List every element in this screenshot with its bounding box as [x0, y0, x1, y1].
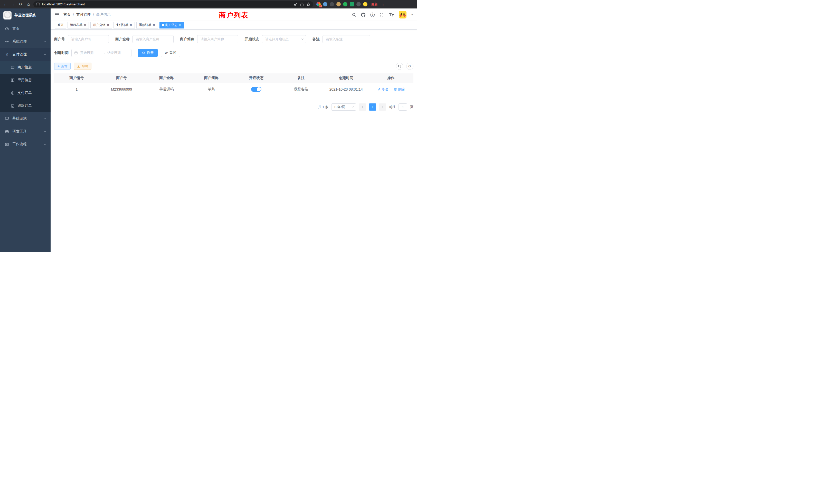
full-name-input[interactable] — [132, 35, 174, 43]
goto-page-input[interactable] — [398, 104, 407, 111]
sidebar-item-payment[interactable]: ¥ 支付管理 — [0, 48, 50, 61]
create-time-label: 创建时间 — [54, 50, 69, 55]
delete-link[interactable]: 删除 — [394, 87, 405, 92]
tab-close-icon[interactable]: ✕ — [153, 24, 155, 27]
dashboard-icon — [5, 27, 9, 31]
extension-icon[interactable] — [343, 2, 347, 6]
extension-icon[interactable] — [330, 2, 334, 6]
merchant-table: 商户编号 商户号 商户全称 商户简称 开启状态 备注 创建时间 操作 1 M23… — [54, 73, 413, 96]
remark-label: 备注 — [312, 37, 320, 42]
tab-user-group[interactable]: 用户分组 ✕ — [90, 22, 112, 28]
trash-icon — [394, 88, 397, 91]
cell-merchant-id: 1 — [54, 83, 99, 96]
home-icon[interactable]: ⌂ — [26, 2, 31, 6]
sidebar-submenu-payment: 商户信息 应用信息 支付订单 退款订单 — [0, 61, 50, 112]
forward-icon[interactable]: → — [10, 2, 16, 6]
sidebar-logo[interactable]: 芋道管理系统 — [0, 8, 50, 22]
browser-chrome: ← → ⟳ ⌂ i localhost:1024/pay/merchant 10… — [0, 0, 417, 8]
sidebar-item-workflow[interactable]: 工作流程 — [0, 138, 50, 151]
sidebar-fold-icon[interactable] — [55, 13, 59, 17]
page-size-value: 10条/页 — [334, 105, 345, 109]
tab-refund-order[interactable]: 退款订单 ✕ — [136, 22, 158, 28]
sidebar-item-system[interactable]: 系统管理 — [0, 35, 50, 48]
short-name-input[interactable] — [197, 35, 238, 43]
sidebar-subitem-pay-order[interactable]: 支付订单 — [0, 87, 50, 99]
sidebar-subitem-merchant-info[interactable]: 商户信息 — [0, 61, 50, 74]
font-size-icon[interactable] — [389, 13, 394, 17]
breadcrumb-home[interactable]: 首页 — [63, 12, 71, 17]
annotation-title: 商户列表 — [219, 10, 249, 20]
tab-label: 商户信息 — [166, 23, 178, 27]
toggle-search-button[interactable] — [396, 63, 403, 70]
search-button[interactable]: 搜索 — [138, 49, 158, 57]
add-button[interactable]: + 新增 — [54, 63, 71, 70]
share-icon[interactable] — [300, 2, 304, 6]
reload-icon[interactable]: ⟳ — [18, 2, 24, 6]
sidebar-subitem-refund-order[interactable]: 退款订单 — [0, 99, 50, 112]
edit-link[interactable]: 修改 — [377, 87, 388, 92]
table-row: 1 M233666999 芋道源码 芋艿 我是备注 2021-10-23 08:… — [54, 83, 413, 96]
gear-icon — [5, 40, 9, 44]
tab-home[interactable]: 首页 — [55, 22, 66, 28]
tab-flow-form[interactable]: 流程表单 ✕ — [68, 22, 89, 28]
question-glyph: ? — [372, 13, 373, 16]
next-page-button[interactable] — [379, 104, 386, 111]
merchant-no-input[interactable] — [68, 35, 109, 43]
bookmark-star-icon[interactable] — [306, 2, 310, 6]
refresh-table-button[interactable]: ⟳ — [406, 63, 413, 70]
sidebar-item-infrastructure[interactable]: 基础设施 — [0, 112, 50, 125]
extension-icon[interactable]: 10 — [316, 2, 321, 6]
create-time-range-picker[interactable]: 开始日期 - 结束日期 — [71, 49, 131, 57]
status-toggle[interactable] — [251, 87, 261, 92]
yen-icon: ¥ — [5, 52, 9, 57]
prev-page-button[interactable] — [359, 104, 366, 111]
remark-input[interactable] — [323, 35, 370, 43]
cell-create-time: 2021-10-23 08:31:14 — [324, 83, 369, 96]
search-icon[interactable] — [352, 13, 356, 17]
extension-icon[interactable] — [336, 2, 341, 6]
user-avatar[interactable] — [399, 11, 407, 19]
sidebar-subitem-app-info[interactable]: 应用信息 — [0, 74, 50, 87]
page-content: 商户号 商户全称 商户简称 开启状态 请选择开启状态 — [50, 29, 417, 252]
extension-icon[interactable] — [350, 2, 354, 6]
export-button[interactable]: 导出 — [74, 63, 91, 70]
extension-icon[interactable] — [323, 2, 327, 6]
target-icon — [11, 91, 15, 95]
status-select[interactable]: 请选择开启状态 — [262, 35, 306, 43]
reset-button[interactable]: ⟳ 重置 — [161, 49, 180, 57]
sidebar-item-home[interactable]: 首页 — [0, 22, 50, 35]
short-name-label: 商户简称 — [180, 37, 194, 42]
tab-label: 流程表单 — [70, 23, 83, 27]
browser-menu-icon[interactable]: ⋮ — [380, 2, 386, 6]
tab-close-icon[interactable]: ✕ — [107, 24, 109, 27]
sidebar-item-devtools[interactable]: 研发工具 — [0, 125, 50, 138]
fullscreen-icon[interactable] — [379, 13, 384, 17]
start-date-placeholder: 开始日期 — [80, 50, 102, 55]
page-size-select[interactable]: 10条/页 — [331, 104, 356, 111]
page-unit-label: 页 — [410, 105, 413, 109]
plus-icon: + — [58, 64, 60, 68]
extension-icon[interactable] — [363, 2, 368, 6]
reset-button-label: 重置 — [170, 50, 176, 55]
extension-icon[interactable] — [356, 2, 361, 6]
total-count: 共 1 条 — [318, 105, 328, 109]
current-page-button[interactable]: 1 — [369, 104, 376, 111]
site-info-icon[interactable]: i — [36, 3, 40, 6]
tab-merchant-info[interactable]: 商户信息 ✕ — [159, 22, 184, 28]
sidebar-subitem-label: 商户信息 — [18, 65, 32, 70]
caret-down-icon[interactable]: ▾ — [411, 13, 413, 17]
refresh-icon: ⟳ — [165, 51, 168, 55]
url-bar[interactable]: i localhost:1024/pay/merchant — [34, 1, 313, 7]
tab-close-icon[interactable]: ✕ — [84, 24, 86, 27]
github-icon[interactable] — [361, 13, 366, 17]
back-icon[interactable]: ← — [3, 2, 8, 6]
tab-close-icon[interactable]: ✕ — [130, 24, 132, 27]
breadcrumb-payment[interactable]: 支付管理 — [76, 12, 91, 17]
browser-update-button[interactable]: 更新 — [371, 2, 378, 7]
tab-pay-order[interactable]: 支付订单 ✕ — [113, 22, 135, 28]
help-icon[interactable]: ? — [370, 13, 375, 17]
tab-close-icon[interactable]: ✕ — [179, 24, 181, 27]
password-key-icon[interactable] — [293, 2, 298, 6]
breadcrumb-separator: / — [73, 13, 74, 17]
table-header-row: 商户编号 商户号 商户全称 商户简称 开启状态 备注 创建时间 操作 — [54, 73, 413, 83]
